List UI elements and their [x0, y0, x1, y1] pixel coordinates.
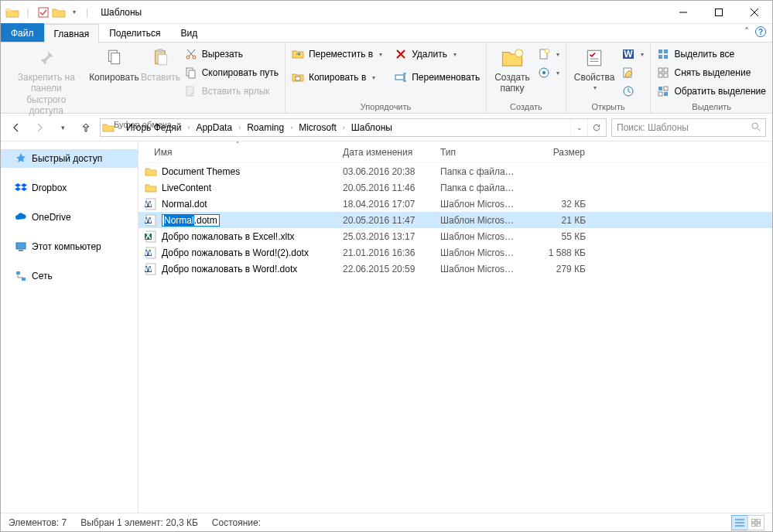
tab-home[interactable]: Главная [44, 24, 100, 43]
svg-rect-44 [658, 87, 662, 90]
paste-shortcut-button[interactable]: Вставить ярлык [182, 83, 282, 100]
history-button[interactable] [619, 83, 647, 100]
chevron-down-icon: ▾ [556, 51, 559, 58]
copy-to-icon [292, 71, 304, 84]
navitem-this-pc[interactable]: Этот компьютер [1, 237, 138, 256]
thumbnails-view-button[interactable] [747, 515, 764, 530]
svg-point-26 [545, 49, 549, 53]
navitem-onedrive[interactable]: OneDrive [1, 208, 138, 227]
file-date: 21.01.2016 16:36 [337, 247, 434, 258]
copy-path-button[interactable]: Скопировать путь [182, 64, 282, 81]
column-size[interactable]: Размер [522, 142, 592, 162]
properties-checkbox-icon[interactable] [36, 5, 50, 19]
folder-icon[interactable] [52, 5, 66, 19]
svg-rect-51 [19, 250, 23, 251]
svg-rect-50 [16, 243, 26, 249]
chevron-right-icon[interactable]: › [186, 124, 191, 131]
navitem-dropbox[interactable]: Dropbox [1, 179, 138, 197]
chevron-down-icon: ▾ [593, 84, 597, 92]
file-row[interactable]: XДобро пожаловать в Excel!.xltx25.03.201… [139, 228, 772, 244]
tab-view[interactable]: Вид [170, 23, 207, 42]
file-row[interactable]: WNormal.dot18.04.2016 17:07Шаблон Micros… [139, 196, 772, 212]
copy-to-button[interactable]: Копировать в▾ [289, 69, 385, 86]
select-none-button[interactable]: Снять выделение [654, 64, 769, 81]
close-button[interactable] [737, 1, 772, 24]
properties-button[interactable]: Свойства ▾ [569, 44, 620, 94]
pin-to-quick-access-button[interactable]: Закрепить на панели быстрого доступа [4, 44, 89, 118]
paste-button[interactable]: Вставить [139, 44, 181, 84]
address-dropdown-button[interactable]: ⌄ [570, 119, 587, 136]
forward-button[interactable] [30, 118, 49, 137]
chevron-right-icon[interactable]: › [341, 124, 347, 131]
select-all-button[interactable]: Выделить все [654, 46, 769, 63]
maximize-button[interactable] [701, 1, 737, 24]
svg-rect-42 [658, 73, 662, 77]
breadcrumb-item[interactable]: Шаблоны [348, 119, 395, 136]
dropbox-icon [15, 182, 27, 194]
file-row[interactable]: Document Themes03.06.2016 20:38Папка с ф… [139, 163, 772, 179]
titlebar: | ▾ | Шаблоны [1, 1, 772, 24]
up-button[interactable] [77, 118, 95, 137]
chevron-down-icon: ▾ [556, 70, 559, 77]
onedrive-icon [15, 211, 27, 223]
breadcrumb-item[interactable]: Microsoft [296, 119, 340, 136]
new-folder-button[interactable]: Создать папку [490, 44, 535, 96]
tab-share[interactable]: Поделиться [99, 23, 170, 42]
svg-line-49 [758, 128, 760, 130]
chevron-right-icon[interactable]: › [116, 124, 121, 131]
easy-access-button[interactable]: ▾ [535, 64, 563, 81]
copy-button[interactable]: Копировать [89, 44, 140, 84]
open-button[interactable]: W▾ [619, 46, 647, 63]
rename-input[interactable]: Normal.dotm [162, 214, 220, 227]
pin-icon [34, 46, 59, 70]
navitem-network[interactable]: Сеть [1, 267, 138, 285]
recent-locations-button[interactable]: ▾ [53, 118, 72, 137]
svg-rect-45 [664, 87, 668, 90]
file-row[interactable]: WNormal.dotm20.05.2016 11:47Шаблон Micro… [139, 212, 772, 228]
word-icon: W [145, 198, 157, 210]
file-row[interactable]: WДобро пожаловать в Word!.dotx22.06.2015… [139, 261, 772, 277]
search-icon[interactable] [751, 121, 761, 134]
breadcrumb-item[interactable]: Игорь Федяй [123, 119, 184, 136]
rename-button[interactable]: Переименовать [392, 69, 483, 86]
svg-rect-72 [751, 519, 755, 522]
file-row[interactable]: WДобро пожаловать в Word!(2).dotx21.01.2… [139, 244, 772, 261]
column-date[interactable]: Дата изменения [337, 142, 434, 162]
details-view-button[interactable] [731, 515, 748, 530]
chevron-right-icon[interactable]: › [289, 124, 294, 131]
file-name: Normal.dot [162, 199, 207, 210]
new-item-button[interactable]: ▾ [535, 46, 563, 63]
file-type: Шаблон Microsof... [434, 199, 522, 210]
file-size: 1 588 КБ [522, 247, 592, 258]
edit-button[interactable] [619, 64, 647, 81]
help-icon[interactable]: ? [755, 26, 766, 37]
invert-selection-button[interactable]: Обратить выделение [654, 83, 769, 100]
back-button[interactable] [7, 118, 26, 137]
svg-text:W: W [145, 198, 153, 209]
address-bar[interactable]: › Игорь Федяй› AppData› Roaming› Microso… [100, 118, 607, 137]
tab-file[interactable]: Файл [1, 23, 44, 42]
svg-rect-52 [16, 271, 20, 275]
chevron-right-icon[interactable]: › [237, 124, 242, 131]
column-name[interactable]: Имя˄ [139, 142, 337, 162]
minimize-button[interactable] [665, 1, 701, 24]
search-box[interactable]: Поиск: Шаблоны [611, 118, 766, 137]
navitem-quick-access[interactable]: Быстрый доступ [1, 149, 138, 168]
ribbon-group-open: Свойства ▾ W▾ Открыть [566, 43, 652, 113]
column-type[interactable]: Тип [434, 142, 522, 162]
delete-button[interactable]: Удалить▾ [392, 46, 483, 63]
folder-icon [5, 5, 19, 19]
qat-dropdown-icon[interactable]: ▾ [67, 5, 81, 19]
svg-rect-37 [664, 49, 668, 53]
cut-button[interactable]: Вырезать [182, 46, 282, 63]
refresh-button[interactable] [587, 119, 604, 136]
separator: | [86, 7, 88, 18]
move-to-button[interactable]: Переместить в▾ [289, 46, 385, 63]
file-row[interactable]: LiveContent20.05.2016 11:46Папка с файла… [139, 179, 772, 196]
svg-text:W: W [624, 49, 634, 60]
file-list[interactable]: Document Themes03.06.2016 20:38Папка с ф… [139, 163, 772, 513]
breadcrumb-item[interactable]: AppData [193, 119, 235, 136]
svg-text:X: X [145, 230, 151, 241]
breadcrumb-item[interactable]: Roaming [244, 119, 287, 136]
ribbon-expand-icon[interactable]: ˄ [744, 26, 749, 37]
